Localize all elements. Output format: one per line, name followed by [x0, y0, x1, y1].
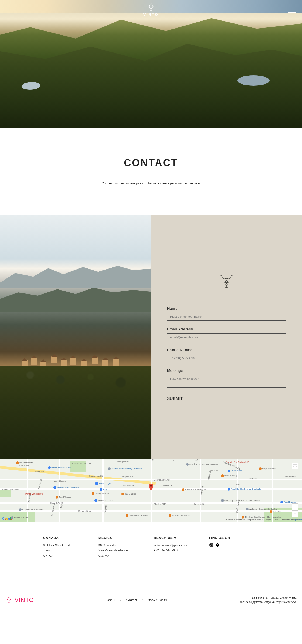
map-shortcuts[interactable]: Keyboard shortcuts — [226, 519, 245, 521]
eventbrite-icon[interactable] — [215, 543, 220, 547]
poi-label[interactable]: Mr. Jerk — [270, 510, 280, 513]
phone-input[interactable] — [167, 354, 286, 362]
email-input[interactable] — [167, 333, 286, 341]
street-label: Bloor St W — [123, 485, 134, 487]
contact-photo — [0, 215, 151, 459]
poi-label[interactable]: Park Hyatt Toronto — [25, 493, 43, 495]
map-zoom-out-button[interactable]: − — [292, 510, 298, 517]
hamburger-icon — [288, 8, 296, 8]
poi-label[interactable]: Varsity Centre — [11, 516, 28, 519]
forest — [0, 366, 151, 459]
street-label: Selby St — [249, 477, 257, 480]
poi-label[interactable]: Maison Selby — [221, 474, 237, 477]
pond — [237, 75, 270, 86]
addr-line: Gto, MX — [98, 553, 148, 559]
street-label: Church St — [172, 459, 176, 461]
poi-label[interactable]: Whole Foods Market — [48, 466, 71, 469]
poi-label[interactable]: Bay — [100, 488, 107, 491]
intro-section: CONTACT Connect with us, where passion f… — [0, 128, 302, 215]
street-label: Charles St W — [78, 510, 91, 512]
phone-link[interactable]: +52 (55) 444-7977 — [154, 548, 204, 553]
poi-label[interactable]: Winners & HomeSense — [53, 486, 79, 489]
svg-point-8 — [210, 544, 212, 545]
street-label: Bloor St W — [50, 502, 60, 504]
map-terms[interactable]: Terms — [274, 519, 280, 521]
street-label: Asquith Ave — [122, 475, 133, 478]
poi-label[interactable]: The Keg Steakhouse + Bar - Mansion — [242, 516, 281, 519]
map[interactable]: Davenport Rd Yorkville Ave Bloor St W Bl… — [0, 459, 302, 522]
name-input[interactable] — [167, 313, 286, 321]
poi-label[interactable]: Bloor-Yonge — [95, 482, 111, 485]
poi-label[interactable]: Amal Toronto — [56, 496, 71, 499]
nav-book[interactable]: Book a Class — [148, 598, 167, 602]
poi-label[interactable]: Taddle Creek Park — [1, 488, 19, 491]
svg-point-5 — [226, 284, 227, 286]
street-label: Hayden St — [162, 485, 172, 487]
street-label: Park Rd — [152, 459, 156, 461]
email-link[interactable]: vinto.contact@gmail.com — [154, 543, 204, 548]
col-reach: REACH US AT vinto.contact@gmail.com +52 … — [154, 535, 204, 559]
street-label: Isabella St — [194, 503, 204, 505]
page-title: CONTACT — [0, 157, 302, 169]
poi-label[interactable]: DanceLife X Centre — [126, 514, 148, 517]
svg-point-3 — [225, 282, 226, 284]
street-label: St Thomas St — [51, 503, 55, 516]
poi-label[interactable]: Rooster Coffee House — [182, 488, 206, 491]
separator: / — [142, 598, 143, 602]
street-label: Bloor St E — [210, 470, 220, 472]
logo-header[interactable]: VINTO — [143, 3, 159, 17]
col-title: CANADA — [43, 535, 93, 541]
poi-label[interactable]: Manulife Financial Headquarter — [186, 463, 219, 466]
name-label: Name — [167, 306, 286, 310]
svg-point-2 — [227, 281, 229, 282]
logo-icon — [146, 3, 156, 11]
message-input[interactable] — [167, 375, 286, 388]
poi-label[interactable]: Our Lady of Lourdes Catholic Church — [221, 499, 260, 502]
poi-label[interactable]: Engage Studio — [259, 467, 276, 470]
poi-label[interactable]: Blu Ristorante — [16, 461, 33, 464]
poi-label[interactable]: Wellesley Community Centre — [246, 508, 277, 510]
contact-section: Name Email Address Phone Number Message … — [0, 215, 302, 459]
addr-line: 36 Coronado — [98, 543, 148, 548]
poi-label[interactable]: FreshCo Sherbourne & Isabella — [228, 488, 261, 491]
map-zoom-in-button[interactable]: + — [292, 503, 298, 510]
nav-about[interactable]: About — [107, 598, 115, 602]
poi-label[interactable]: Food Basics — [280, 501, 296, 503]
page-subtitle: Connect with us, where passion for wine … — [0, 181, 302, 185]
google-logo: Google — [2, 517, 12, 520]
poi-label[interactable]: Georgian@ILAC — [154, 479, 170, 481]
street-label: Yorkville Ave — [54, 480, 66, 482]
poi-label[interactable]: 401 Games — [121, 493, 136, 495]
street-label: Yonge St — [104, 505, 107, 513]
svg-point-9 — [212, 544, 212, 544]
poi-label[interactable]: Toronto Public Library - Yorkville — [108, 467, 142, 470]
footer-legal: 33 Bloor St E, Toronto, ON M4W 3H1 © 202… — [240, 596, 297, 604]
logo-footer[interactable]: VINTO — [5, 597, 34, 604]
poi-label[interactable]: Royal Ontario Museum — [19, 508, 44, 511]
map-data: Map data ©2024 Google — [247, 519, 271, 521]
poi-label[interactable]: Sherbourne — [228, 470, 242, 472]
poi-label[interactable]: Storm Crow Manor — [169, 514, 190, 517]
addr-line: ON, CA — [43, 553, 93, 559]
submit-button[interactable]: SUBMIT — [167, 395, 183, 402]
mountain-ridge — [0, 263, 151, 288]
col-title: MEXICO — [98, 535, 148, 541]
svg-point-1 — [226, 280, 227, 282]
map-pin-icon — [149, 484, 153, 491]
separator: / — [120, 598, 121, 602]
addr-line: San Miguel de Allende — [98, 548, 148, 553]
map-fullscreen-button[interactable] — [292, 463, 298, 469]
poi-label[interactable]: Manulife Centre — [94, 499, 113, 502]
grape-ornament-icon — [218, 274, 235, 290]
menu-button[interactable] — [288, 8, 296, 13]
addr-line: Toronto — [43, 548, 93, 553]
instagram-icon[interactable] — [209, 543, 213, 547]
poi-label[interactable]: Eataly Toronto — [92, 492, 109, 495]
map-report[interactable]: Report a map error — [282, 519, 300, 521]
nav-contact[interactable]: Contact — [126, 598, 137, 602]
poi-label[interactable]: Jesse Ketchum Park — [71, 462, 91, 464]
footer-columns: CANADA 33 Bloor Street East Toronto ON, … — [0, 522, 302, 591]
poi-label[interactable]: Toronto Fire Station 313 — [226, 461, 249, 463]
street-label: Davenport Rd — [116, 460, 129, 463]
footer-nav: About / Contact / Book a Class — [34, 598, 240, 602]
